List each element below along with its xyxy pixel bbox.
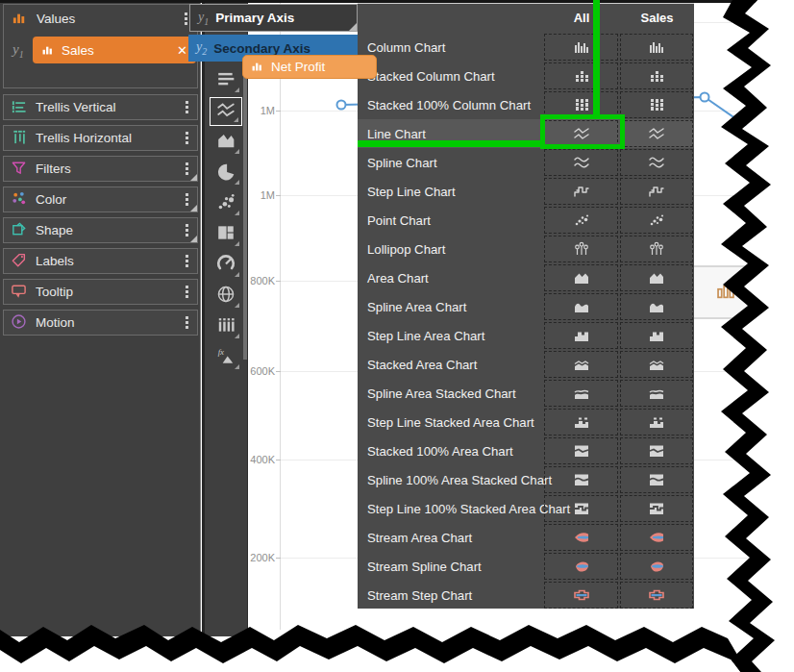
sidebar-item-filters[interactable]: Filters <box>3 156 198 182</box>
menu-cell-all-step-line-100-stacked-area-chart[interactable] <box>544 495 618 522</box>
values-panel-title: Values <box>37 12 174 26</box>
scatter-tool-icon <box>216 192 236 215</box>
menu-item-stacked-area-chart[interactable]: Stacked Area Chart <box>358 350 694 379</box>
kebab-menu-icon[interactable] <box>184 284 190 300</box>
menu-cell-sales-step-line-100-stacked-area-chart[interactable] <box>620 495 693 522</box>
kebab-menu-icon[interactable] <box>184 191 190 208</box>
menu-cell-sales-area-chart[interactable] <box>620 264 693 291</box>
menu-item-column-chart[interactable]: Column Chart <box>358 33 694 62</box>
menu-item-spline-area-chart[interactable]: Spline Area Chart <box>358 292 694 321</box>
menu-cell-all-spline-100-area-stacked-chart[interactable] <box>544 466 618 493</box>
menu-cell-sales-lollipop-chart[interactable] <box>620 236 693 262</box>
close-icon[interactable]: ✕ <box>177 43 187 58</box>
menu-cell-sales-line-chart[interactable] <box>620 120 693 147</box>
menu-cell-sales-spline-chart[interactable] <box>620 149 693 176</box>
toolbar-area-charts[interactable] <box>210 128 242 157</box>
menu-cell-sales-point-chart[interactable] <box>620 207 693 234</box>
menu-cell-all-line-chart[interactable] <box>544 120 618 147</box>
menu-item-label: Stacked Column Chart <box>358 69 495 84</box>
net-profit-drag-chip[interactable]: Net Profit <box>242 55 377 79</box>
toolbar-gauge-charts[interactable] <box>210 251 242 280</box>
menu-cell-sales-stacked-100-column-chart[interactable] <box>620 91 693 118</box>
column-header-sales: Sales <box>621 11 693 25</box>
menu-cell-all-stacked-area-chart[interactable] <box>544 351 618 378</box>
menu-item-label: Stream Step Chart <box>358 588 472 603</box>
menu-cell-sales-step-line-chart[interactable] <box>620 178 693 205</box>
menu-cell-sales-stacked-area-chart[interactable] <box>620 351 693 378</box>
toolbar-scrollbar[interactable] <box>243 60 247 360</box>
sidebar-item-label: Labels <box>36 254 74 268</box>
menu-cell-sales-stacked-100-area-chart[interactable] <box>620 437 693 464</box>
toolbar-scatter-charts[interactable] <box>210 189 242 218</box>
kebab-menu-icon[interactable] <box>184 253 190 269</box>
kebab-menu-icon[interactable] <box>184 222 190 238</box>
menu-item-step-line-stacked-area-chart[interactable]: Step Line Stacked Area Chart <box>358 408 694 436</box>
menu-item-step-line-chart[interactable]: Step Line Chart <box>358 177 694 206</box>
sales-value-chip[interactable]: Sales ✕ <box>33 37 196 63</box>
menu-item-point-chart[interactable]: Point Chart <box>358 206 694 235</box>
toolbar-matrix-charts[interactable] <box>210 312 242 341</box>
menu-cell-sales-step-line-area-chart[interactable] <box>620 322 693 349</box>
menu-cell-sales-stream-area-chart[interactable] <box>620 524 693 551</box>
menu-cell-all-lollipop-chart[interactable] <box>544 236 618 262</box>
sidebar-item-motion[interactable]: Motion <box>3 310 198 336</box>
menu-item-area-chart[interactable]: Area Chart <box>358 263 694 292</box>
menu-cell-all-stacked-column-chart[interactable] <box>544 62 618 89</box>
primary-axis-dropdown[interactable]: y1 Primary Axis <box>189 4 358 32</box>
menu-cell-sales-stacked-column-chart[interactable] <box>620 62 693 89</box>
menu-cell-all-point-chart[interactable] <box>544 207 618 234</box>
sidebar-item-shape[interactable]: Shape <box>3 217 198 243</box>
menu-item-label: Step Line Area Chart <box>358 329 484 343</box>
kebab-menu-icon[interactable] <box>184 314 190 331</box>
menu-cell-sales-spline-area-chart[interactable] <box>620 293 693 320</box>
sidebar-item-color[interactable]: Color <box>3 187 198 212</box>
toolbar-pie-charts[interactable] <box>210 159 242 187</box>
menu-item-stream-area-chart[interactable]: Stream Area Chart <box>358 523 694 552</box>
sidebar-item-labels[interactable]: Labels <box>3 248 198 274</box>
kebab-menu-icon[interactable] <box>183 11 189 27</box>
menu-cell-all-step-line-stacked-area-chart[interactable] <box>544 409 618 436</box>
menu-item-spline-100-area-stacked-chart[interactable]: Spline 100% Area Stacked Chart <box>358 465 694 494</box>
toolbar-treemap-charts[interactable] <box>210 220 242 249</box>
menu-cell-all-step-line-chart[interactable] <box>544 178 618 205</box>
menu-cell-all-spline-area-chart[interactable] <box>544 293 618 320</box>
menu-item-step-line-area-chart[interactable]: Step Line Area Chart <box>358 321 694 350</box>
menu-item-stream-spline-chart[interactable]: Stream Spline Chart <box>358 552 694 581</box>
menu-cell-all-spline-area-stacked-chart[interactable] <box>544 380 618 407</box>
menu-item-line-chart[interactable]: Line Chart <box>358 119 694 148</box>
kebab-menu-icon[interactable] <box>184 161 190 177</box>
menu-item-spline-chart[interactable]: Spline Chart <box>358 148 694 177</box>
menu-cell-all-stream-spline-chart[interactable] <box>544 553 618 580</box>
menu-item-stacked-column-chart[interactable]: Stacked Column Chart <box>358 62 694 90</box>
toolbar-custom-fx-charts[interactable]: fx <box>210 343 242 372</box>
menu-cell-sales-column-chart[interactable] <box>620 34 693 61</box>
menu-cell-all-stacked-100-area-chart[interactable] <box>544 437 618 464</box>
menu-cell-sales-spline-100-area-stacked-chart[interactable] <box>620 466 693 493</box>
menu-cell-all-spline-chart[interactable] <box>544 149 618 176</box>
menu-item-spline-area-stacked-chart[interactable]: Spline Area Stacked Chart <box>358 379 694 408</box>
menu-item-step-line-100-stacked-area-chart[interactable]: Step Line 100% Stacked Area Chart <box>358 494 694 523</box>
menu-cell-all-stream-area-chart[interactable] <box>544 524 618 551</box>
secondary-axis-drop-zone[interactable] <box>694 265 757 319</box>
sidebar-item-trellis-horizontal[interactable]: Trellis Horizontal <box>3 125 198 151</box>
menu-cell-sales-stream-spline-chart[interactable] <box>620 553 693 580</box>
menu-item-stream-step-chart[interactable]: Stream Step Chart <box>358 581 694 610</box>
toolbar-horizontal-charts[interactable] <box>210 66 242 95</box>
menu-cell-all-stacked-100-column-chart[interactable] <box>544 91 618 118</box>
menu-cell-sales-spline-area-stacked-chart[interactable] <box>620 380 693 407</box>
kebab-menu-icon[interactable] <box>184 99 190 115</box>
menu-item-lollipop-chart[interactable]: Lollipop Chart <box>358 235 694 263</box>
toolbar-line-charts[interactable] <box>210 97 242 126</box>
kebab-menu-icon[interactable] <box>184 130 190 146</box>
menu-cell-all-column-chart[interactable] <box>544 34 618 61</box>
menu-cell-sales-step-line-stacked-area-chart[interactable] <box>620 409 693 436</box>
menu-cell-all-area-chart[interactable] <box>544 264 618 291</box>
menu-cell-all-stream-step-chart[interactable] <box>544 582 618 609</box>
sidebar-item-tooltip[interactable]: Tooltip <box>3 279 198 305</box>
menu-item-stacked-100-area-chart[interactable]: Stacked 100% Area Chart <box>358 436 694 465</box>
menu-cell-sales-stream-step-chart[interactable] <box>620 582 693 609</box>
toolbar-map-charts[interactable] <box>210 282 242 311</box>
menu-item-stacked-100-column-chart[interactable]: Stacked 100% Column Chart <box>358 90 694 119</box>
sidebar-item-trellis-vertical[interactable]: Trellis Vertical <box>3 94 198 120</box>
menu-cell-all-step-line-area-chart[interactable] <box>544 322 618 349</box>
